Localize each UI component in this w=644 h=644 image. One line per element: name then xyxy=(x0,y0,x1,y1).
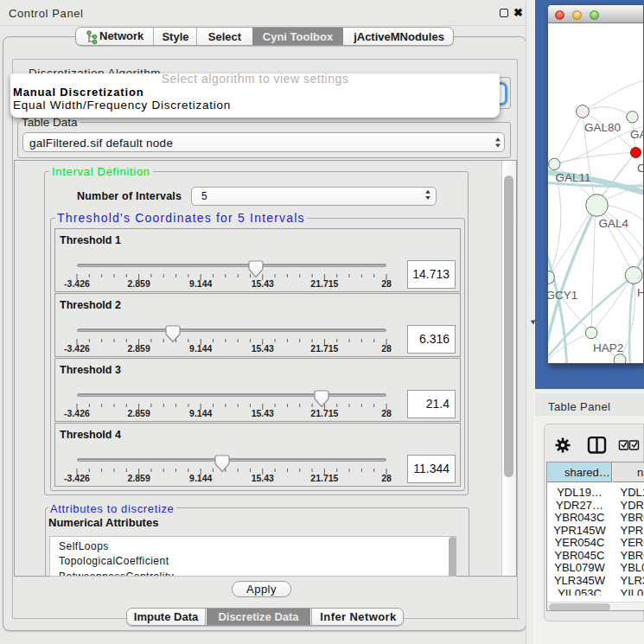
svg-text:GAL4: GAL4 xyxy=(599,217,629,230)
svg-text:GAL11: GAL11 xyxy=(556,171,591,184)
svg-text:GAL80: GAL80 xyxy=(584,121,621,134)
svg-text:C: C xyxy=(637,162,644,175)
svg-text:GCY1: GCY1 xyxy=(548,289,577,302)
svg-text:HAP2: HAP2 xyxy=(593,341,623,354)
svg-text:H: H xyxy=(637,286,644,299)
svg-text:GA: GA xyxy=(630,128,644,141)
